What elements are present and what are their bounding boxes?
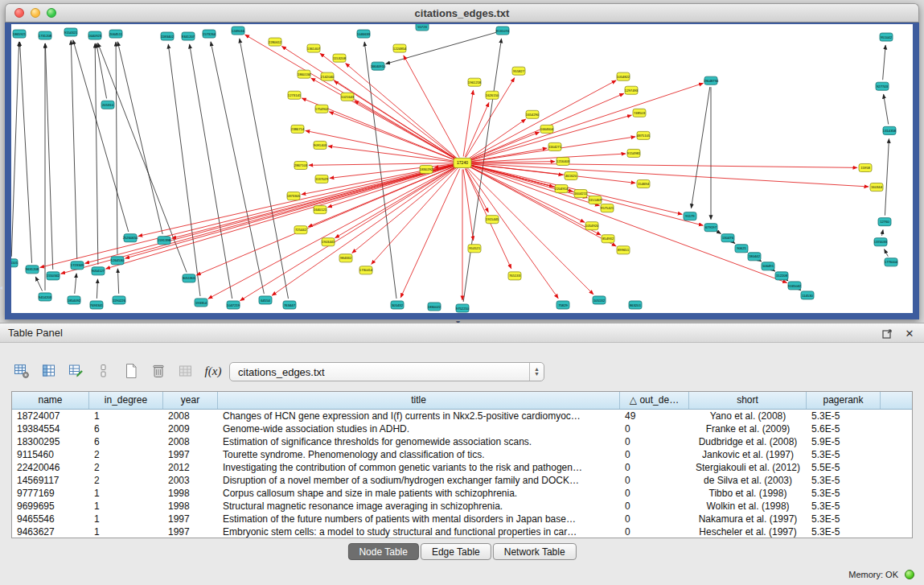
graph-node[interactable]: 9414203: [39, 293, 52, 301]
graph-node[interactable]: 1873305: [287, 192, 301, 200]
graph-node[interactable]: 305432: [391, 301, 404, 309]
graph-node[interactable]: 12760: [878, 218, 891, 226]
graph-node[interactable]: 748503: [633, 109, 646, 117]
graph-node[interactable]: 950521: [468, 245, 481, 253]
delete-button[interactable]: [146, 360, 170, 382]
graph-hub-node[interactable]: 17240: [454, 158, 471, 167]
graph-node[interactable]: 765133: [508, 272, 521, 280]
graph-node[interactable]: 1903441: [322, 238, 335, 246]
graph-node[interactable]: 1249016: [232, 27, 245, 35]
graph-node[interactable]: 2867103: [294, 161, 308, 169]
graph-node[interactable]: 1054822: [617, 72, 630, 80]
graph-node[interactable]: 9631208: [26, 266, 39, 274]
graph-node[interactable]: 2204914: [555, 185, 569, 193]
table-mode-button[interactable]: [10, 360, 34, 382]
import-table-button[interactable]: [174, 360, 198, 382]
graph-node[interactable]: 152208: [775, 272, 788, 280]
graph-node[interactable]: 1640923: [88, 31, 102, 39]
close-window-button[interactable]: [14, 8, 24, 18]
graph-node[interactable]: 9054127: [92, 267, 105, 275]
graph-node[interactable]: 1860134: [298, 70, 311, 78]
graph-node[interactable]: 25260650: [123, 234, 138, 242]
tab-node-table[interactable]: Node Table: [347, 543, 419, 560]
graph-node[interactable]: 9154981: [627, 149, 641, 157]
graph-node[interactable]: 9091403: [314, 141, 327, 149]
graph-node[interactable]: 15958: [859, 163, 872, 171]
graph-node[interactable]: 1183402: [161, 32, 175, 40]
table-row[interactable]: 2242004622012Investigating the contribut…: [12, 461, 912, 474]
graph-node[interactable]: 2064511: [109, 30, 123, 38]
row-format-button[interactable]: [92, 360, 116, 382]
graph-node[interactable]: 193354: [195, 299, 207, 307]
graph-node[interactable]: 863201: [629, 301, 642, 309]
column-header-short[interactable]: short: [689, 392, 807, 409]
graph-node[interactable]: 19648794: [704, 76, 719, 84]
graph-node[interactable]: 1654290: [526, 110, 540, 118]
column-header-name[interactable]: name: [12, 392, 89, 409]
graph-node[interactable]: 9575421: [601, 204, 614, 212]
graph-node[interactable]: 1361407: [307, 44, 321, 52]
table-row[interactable]: 946362711997Embryonic stem cells: a mode…: [12, 525, 912, 538]
graph-node[interactable]: 1216403: [556, 157, 570, 165]
graph-node[interactable]: 8131074: [496, 27, 510, 35]
graph-node[interactable]: 1046633: [357, 30, 371, 38]
graph-node[interactable]: 180442: [748, 253, 761, 261]
graph-node[interactable]: 1961218: [468, 78, 482, 86]
column-header-out_de…[interactable]: △ out_de…: [620, 392, 689, 409]
graph-node[interactable]: 105132: [593, 296, 606, 304]
graph-node[interactable]: 1021643: [341, 93, 355, 101]
graph-node[interactable]: 1730414: [359, 266, 373, 274]
graph-node[interactable]: 1153208: [333, 54, 347, 62]
graph-node[interactable]: 2386714: [291, 125, 305, 133]
graph-node[interactable]: 2280612: [269, 38, 282, 46]
graph-node[interactable]: 984332: [339, 254, 352, 262]
graph-node[interactable]: 1297493: [625, 86, 639, 94]
graph-node[interactable]: 1731208: [39, 31, 52, 39]
graph-node[interactable]: 130476: [721, 234, 734, 242]
graph-node[interactable]: 1723349: [71, 262, 84, 270]
graph-node[interactable]: 4875105: [637, 131, 651, 139]
graph-node[interactable]: 1164271: [548, 142, 562, 150]
graph-node[interactable]: 1224854: [393, 44, 407, 52]
network-canvas[interactable]: 1724022806121361407115320818601342142040…: [11, 24, 913, 313]
graph-node[interactable]: 1776004: [885, 258, 898, 266]
close-panel-icon[interactable]: ✕: [903, 327, 916, 340]
graph-node[interactable]: 1915445: [486, 216, 499, 224]
graph-node[interactable]: 1591398: [158, 237, 171, 245]
graph-node[interactable]: 1754902: [315, 105, 329, 113]
collapse-panel-arrow[interactable]: ◂: [0, 285, 2, 291]
graph-node[interactable]: 64554: [259, 296, 272, 304]
graph-node[interactable]: 1664604: [540, 125, 554, 133]
column-header-title[interactable]: title: [218, 392, 620, 409]
graph-node[interactable]: 1151469: [589, 196, 602, 204]
show-columns-button[interactable]: [37, 360, 61, 382]
graph-node[interactable]: 1190226: [113, 296, 126, 304]
table-row[interactable]: 1830029562008Estimation of significance …: [12, 435, 912, 448]
graph-node[interactable]: 9752210: [456, 304, 470, 312]
graph-node[interactable]: 91179: [684, 212, 696, 220]
graph-node[interactable]: 1626150: [486, 91, 499, 99]
column-header-year[interactable]: year: [163, 392, 218, 409]
table-row[interactable]: 946554611997Estimation of the future num…: [12, 513, 912, 525]
graph-node[interactable]: 9245042: [788, 282, 802, 290]
graph-node[interactable]: 1047219: [227, 301, 240, 309]
graph-node[interactable]: 114530: [801, 291, 814, 299]
graph-node[interactable]: 75829: [556, 301, 569, 309]
edit-columns-button[interactable]: [64, 360, 88, 382]
graph-node[interactable]: 763447: [283, 301, 296, 309]
graph-node[interactable]: 9154321: [64, 28, 78, 36]
table-selector-dropdown[interactable]: citations_edges.txt ▲▼: [229, 362, 544, 381]
graph-node[interactable]: 854932: [602, 235, 614, 243]
column-header-pagerank[interactable]: pagerank: [807, 392, 881, 409]
graph-node[interactable]: 1550342: [47, 272, 60, 280]
graph-node[interactable]: 1604211: [574, 190, 588, 198]
column-header-in_degree[interactable]: in_degree: [89, 392, 163, 409]
graph-node[interactable]: 2142040: [321, 72, 335, 80]
graph-node[interactable]: 160344: [870, 183, 883, 192]
graph-node[interactable]: 90621: [735, 245, 748, 253]
graph-node[interactable]: 7693341: [90, 301, 104, 309]
graph-node[interactable]: 1830292: [420, 165, 433, 173]
graph-node[interactable]: 725442: [294, 226, 307, 234]
table-row[interactable]: 969969511998Structural magnetic resonanc…: [12, 500, 912, 513]
table-row[interactable]: 911546021997Tourette syndrome. Phenomeno…: [12, 448, 912, 461]
